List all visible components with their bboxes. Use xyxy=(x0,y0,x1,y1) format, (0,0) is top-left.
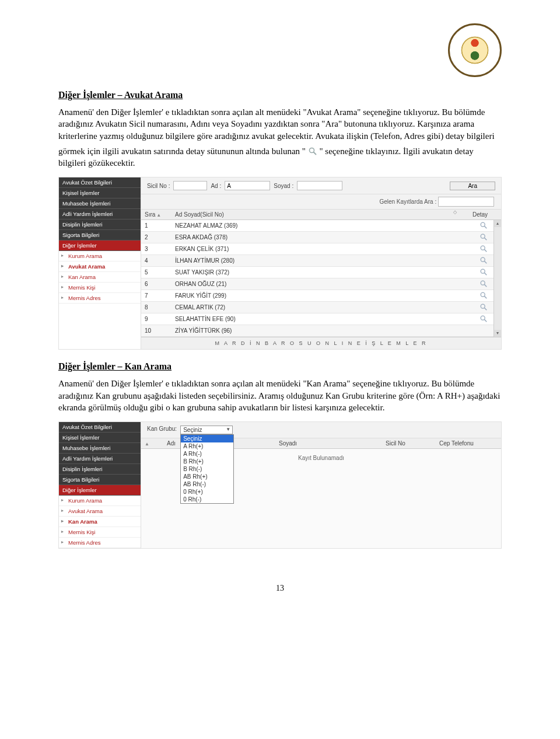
sidebar-head[interactable]: Muhasebe İşlemleri xyxy=(59,198,141,209)
col-sira[interactable]: Sıra xyxy=(145,211,155,218)
sidebar-item-mernis-kisi[interactable]: Mernis Kişi xyxy=(59,527,141,538)
sidebar-head-active[interactable]: Diğer İşlemler xyxy=(59,240,141,251)
svg-point-8 xyxy=(481,257,485,262)
section2-title: Diğer İşlemler – Kan Arama xyxy=(58,361,502,372)
detail-magnifier-icon[interactable] xyxy=(480,268,488,276)
kan-option[interactable]: Seçiniz xyxy=(181,435,233,442)
table-row: 9SELAHATTİN EFE (90) xyxy=(141,313,501,325)
kan-option[interactable]: 0 Rh(+) xyxy=(181,488,233,496)
sidebar: Avukat Özet Bilgileri Kişisel İşlemler M… xyxy=(59,177,141,349)
page-number: 13 xyxy=(58,584,502,593)
kan-select[interactable]: Seçiniz xyxy=(180,426,233,434)
detail-magnifier-icon[interactable] xyxy=(480,256,488,264)
sicil-input[interactable] xyxy=(173,181,207,190)
col2-blank: ▲ xyxy=(141,438,163,448)
scrollbar[interactable]: ▴ ▾ xyxy=(494,220,501,337)
sidebar-head[interactable]: Adli Yardım İşlemleri xyxy=(59,454,141,464)
svg-line-9 xyxy=(484,261,487,263)
col-name[interactable]: Ad Soyad(Sicil No) xyxy=(172,210,451,219)
sidebar-head[interactable]: Sigorta Bilgileri xyxy=(59,475,141,485)
soyad-input[interactable] xyxy=(297,181,342,190)
section1-p2-before: görmek için ilgili avukatın satırında de… xyxy=(58,147,306,156)
soyad-label: Soyad : xyxy=(274,183,293,189)
sidebar-item-kan-arama[interactable]: Kan Arama xyxy=(59,517,141,527)
svg-point-0 xyxy=(309,148,314,152)
table-row: 6ORHAN OĞUZ (21) xyxy=(141,278,501,290)
detail-magnifier-icon[interactable] xyxy=(480,221,488,229)
sidebar-item-kurum-arama[interactable]: Kurum Arama xyxy=(59,251,141,262)
detail-magnifier-icon[interactable] xyxy=(480,291,488,299)
sidebar-item-avukat-arama[interactable]: Avukat Arama xyxy=(59,506,141,517)
sort-asc-icon[interactable]: ▲ xyxy=(145,441,149,447)
sidebar-item-kurum-arama[interactable]: Kurum Arama xyxy=(59,496,141,506)
filter-label: Gelen Kayıtlarda Ara : xyxy=(379,198,436,205)
svg-line-19 xyxy=(484,319,487,322)
screenshot-avukat-arama: Avukat Özet Bilgileri Kişisel İşlemler M… xyxy=(58,177,502,350)
sidebar-head[interactable]: Avukat Özet Bilgileri xyxy=(59,177,141,188)
logo-row xyxy=(58,23,502,79)
section1-paragraph-2: görmek için ilgili avukatın satırında de… xyxy=(58,145,502,169)
sidebar-item-kan-arama[interactable]: Kan Arama xyxy=(59,272,141,283)
scroll-down-icon[interactable]: ▾ xyxy=(494,330,501,337)
magnifier-icon xyxy=(308,147,317,156)
sort-asc-icon[interactable]: ▲ xyxy=(156,212,161,218)
filter-input[interactable] xyxy=(438,197,494,207)
sidebar-head[interactable]: Kişisel İşlemler xyxy=(59,188,141,198)
kan-option[interactable]: AB Rh(-) xyxy=(181,480,233,488)
detail-magnifier-icon[interactable] xyxy=(480,280,488,288)
col2-sicil[interactable]: Sicil No xyxy=(382,438,436,448)
table-row: 7FARUK YİĞİT (299) xyxy=(141,290,501,302)
section1-paragraph-1: Anamenü' den Diğer İşlemler' e tıkladıkt… xyxy=(58,106,502,142)
section2-paragraph: Anamenü' den Diğer İşlemler' e tıkladıkt… xyxy=(58,378,502,413)
filter-row: Gelen Kayıtlarda Ara : xyxy=(141,194,501,210)
svg-point-14 xyxy=(481,292,485,297)
sicil-label: Sicil No : xyxy=(147,183,170,189)
col2-soyadi[interactable]: Soyadı xyxy=(275,438,382,448)
kan-option[interactable]: AB Rh(+) xyxy=(181,473,233,480)
sidebar-item-mernis-adres[interactable]: Mernis Adres xyxy=(59,293,141,304)
svg-line-1 xyxy=(313,152,316,155)
screenshot-kan-arama: Avukat Özet Bilgileri Kişisel İşlemler M… xyxy=(58,421,502,549)
sidebar-item-mernis-adres[interactable]: Mernis Adres xyxy=(59,538,141,548)
ad-input[interactable] xyxy=(225,181,270,190)
svg-point-2 xyxy=(481,222,485,226)
table-row: 2ESRA AKDAĞ (378) xyxy=(141,232,501,243)
table-row: 1NEZAHAT ALMAZ (369) xyxy=(141,220,501,232)
sidebar-head[interactable]: Adli Yardım İşlemleri xyxy=(59,209,141,219)
sidebar-item-mernis-kisi[interactable]: Mernis Kişi xyxy=(59,283,141,293)
svg-point-4 xyxy=(481,234,485,238)
sidebar-item-avukat-arama[interactable]: Avukat Arama xyxy=(59,262,141,272)
kan-option[interactable]: A Rh(+) xyxy=(181,442,233,450)
sidebar-head[interactable]: Sigorta Bilgileri xyxy=(59,230,141,240)
ad-label: Ad : xyxy=(211,183,221,189)
sidebar-head[interactable]: Disiplin İşlemleri xyxy=(59,219,141,230)
detail-magnifier-icon[interactable] xyxy=(480,315,488,323)
sidebar-head[interactable]: Disiplin İşlemleri xyxy=(59,464,141,475)
sidebar-head[interactable]: Muhasebe İşlemleri xyxy=(59,443,141,454)
kan-option[interactable]: 0 Rh(-) xyxy=(181,496,233,503)
kan-option[interactable]: B Rh(+) xyxy=(181,458,233,465)
detail-magnifier-icon[interactable] xyxy=(480,245,488,253)
scroll-up-icon[interactable]: ▴ xyxy=(494,220,501,227)
kan-option[interactable]: A Rh(-) xyxy=(181,450,233,458)
svg-point-6 xyxy=(481,246,485,250)
svg-point-10 xyxy=(481,269,485,273)
section1-title: Diğer İşlemler – Avukat Arama xyxy=(58,90,502,100)
svg-line-3 xyxy=(484,226,487,228)
svg-line-5 xyxy=(484,238,487,240)
footer-bar: M A R D İ N B A R O S U O N L I N E İ Ş … xyxy=(141,337,501,349)
kan-option[interactable]: B Rh(-) xyxy=(181,465,233,473)
svg-line-15 xyxy=(484,296,487,298)
sidebar-head-active[interactable]: Diğer İşlemler xyxy=(59,485,141,496)
sidebar-head[interactable]: Avukat Özet Bilgileri xyxy=(59,422,141,433)
table-row: 8CEMAL ARTIK (72) xyxy=(141,302,501,313)
kan-dropdown[interactable]: Seçiniz A Rh(+) A Rh(-) B Rh(+) B Rh(-) … xyxy=(180,434,234,504)
detail-magnifier-icon[interactable] xyxy=(480,233,488,241)
detail-magnifier-icon[interactable] xyxy=(480,303,488,311)
svg-line-13 xyxy=(484,284,487,287)
svg-line-17 xyxy=(484,308,487,310)
sidebar-head[interactable]: Kişisel İşlemler xyxy=(59,433,141,443)
col-diamond-icon: ◇ xyxy=(451,210,459,219)
col2-cep[interactable]: Cep Telefonu xyxy=(436,438,501,448)
ara-button[interactable]: Ara xyxy=(450,182,495,190)
